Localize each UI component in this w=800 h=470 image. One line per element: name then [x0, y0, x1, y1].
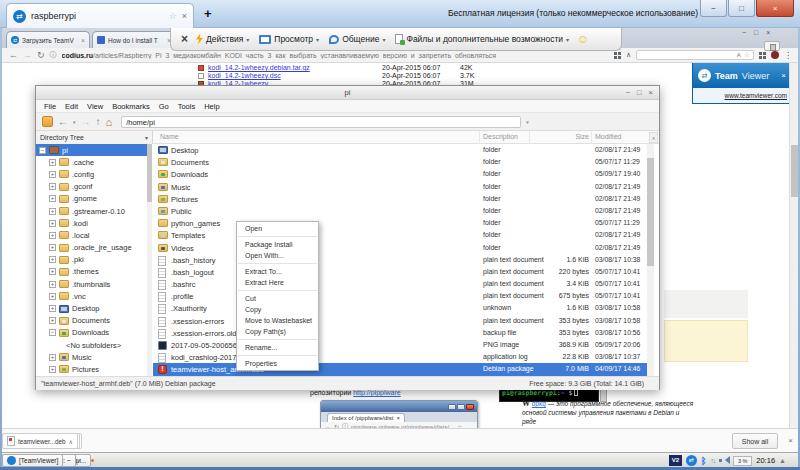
forward-icon[interactable]: → — [81, 117, 91, 127]
teamviewer-link[interactable]: www.teamviewer.com — [725, 92, 788, 99]
sidepane-mode-select[interactable]: Directory Tree ▾ — [36, 131, 153, 144]
reload-icon[interactable]: ↻ — [37, 50, 45, 60]
vnc-tray-icon[interactable]: V2 — [669, 455, 682, 466]
file-row[interactable]: teamviewer-host_armhf.deb Debian package… — [153, 363, 654, 375]
file-row[interactable]: Templates folder 02/08/17 21:49 — [153, 229, 654, 241]
context-menu-item[interactable]: Open With... — [237, 250, 318, 261]
fm-titlebar[interactable]: pi − □ × — [36, 86, 659, 100]
list-scrollbar[interactable] — [647, 144, 654, 376]
path-input[interactable]: /home/pi — [121, 116, 521, 128]
file-row[interactable]: kodi_crashlog-2017 application log 22.8 … — [153, 351, 654, 363]
tree-item[interactable]: .gstreamer-0.10 — [36, 205, 151, 217]
file-row[interactable]: 2017-09-05-200656 PNG image 368.9 KiB 05… — [153, 339, 654, 351]
context-menu-item[interactable]: Properties — [237, 358, 318, 369]
expander-icon[interactable] — [49, 171, 56, 178]
tree-item[interactable]: Desktop — [36, 302, 151, 314]
expander-icon[interactable] — [49, 256, 56, 263]
file-row[interactable]: .profile plain text document 675 bytes 0… — [153, 290, 654, 302]
apps-grid-icon[interactable] — [614, 52, 621, 59]
context-menu-item[interactable] — [238, 236, 317, 237]
tree-scrollbar[interactable] — [147, 144, 152, 376]
context-menu-item[interactable]: Open — [237, 223, 318, 234]
adblock-extension-icon[interactable] — [771, 51, 779, 59]
toolbar-menu-item[interactable]: Файлы и дополнительные возможности ▾ — [395, 34, 569, 44]
expander-icon[interactable] — [49, 183, 56, 190]
close-session-icon[interactable]: × — [181, 32, 188, 46]
cpu-monitor[interactable]: 3 % — [733, 456, 752, 466]
session-tab[interactable]: ⇄ raspberrypi ☆ × — [6, 3, 194, 28]
fm-menu-item[interactable]: Go — [159, 102, 169, 111]
file-row[interactable]: Public folder 02/08/17 21:49 — [153, 205, 654, 217]
file-row[interactable]: .Xauthority unknown 1.6 KiB 03/08/17 10:… — [153, 302, 654, 314]
context-menu-item[interactable]: Copy — [237, 304, 318, 315]
close-button[interactable]: × — [756, 0, 794, 17]
fm-maximize-button[interactable]: □ — [637, 88, 642, 97]
scrollbar-thumb[interactable] — [791, 145, 798, 197]
tree-item[interactable]: .gnome — [36, 193, 151, 205]
expander-icon[interactable] — [49, 159, 56, 166]
fm-menu-item[interactable]: Help — [204, 102, 219, 111]
file-row[interactable]: .bashrc plain text document 3.4 KiB 05/0… — [153, 278, 654, 290]
panel-close-icon[interactable]: × — [781, 71, 786, 80]
favorite-star-icon[interactable]: ☆ — [169, 11, 177, 21]
expander-icon[interactable] — [49, 305, 56, 312]
download-item[interactable]: teamviewer...deb ∧ — [2, 433, 78, 449]
file-row[interactable]: .bash_logout plain text document 220 byt… — [153, 266, 654, 278]
context-menu-item[interactable]: Cut — [237, 293, 318, 304]
maximize-button[interactable]: □ — [728, 0, 755, 17]
tree-item[interactable]: .vnc — [36, 290, 151, 302]
toolbar-menu-item[interactable]: Действия ▾ — [196, 34, 249, 45]
session-tab-close-icon[interactable]: × — [182, 11, 187, 21]
scrollbar-thumb[interactable] — [147, 144, 152, 202]
toolbar-menu-item[interactable]: Общение ▾ — [329, 34, 385, 44]
tree-item[interactable]: <No subfolders> — [36, 339, 151, 351]
fm-menu-item[interactable]: Edit — [65, 102, 78, 111]
fm-menu-item[interactable]: Bookmarks — [112, 102, 150, 111]
file-row[interactable]: .xsession-errors plain text document 353… — [153, 315, 654, 327]
context-menu-item[interactable]: Extract To... — [237, 266, 318, 277]
column-header-description[interactable]: Description — [483, 133, 518, 140]
scrollbar-thumb[interactable] — [647, 158, 654, 266]
extension-grid-icon[interactable] — [759, 52, 766, 59]
browser-menu-icon[interactable]: ⋮ — [784, 51, 792, 60]
expander-icon[interactable] — [39, 147, 46, 154]
file-row[interactable]: Pictures folder 02/08/17 21:49 — [153, 193, 654, 205]
minimize-button[interactable]: − — [700, 0, 727, 17]
repo-link[interactable]: http://pipplware — [353, 389, 400, 396]
column-header-size[interactable]: Size — [533, 133, 589, 140]
tree-item[interactable]: .thumbnails — [36, 278, 151, 290]
expander-icon[interactable] — [49, 366, 56, 373]
context-menu-item[interactable] — [238, 355, 317, 356]
context-menu-item[interactable]: Package Install — [237, 239, 318, 250]
page-info-icon[interactable]: ⓘ — [50, 50, 57, 60]
path-go-icon[interactable]: ▾ — [526, 119, 529, 125]
tree-item[interactable]: .kodi — [36, 217, 151, 229]
context-menu-item[interactable]: Rename... — [237, 342, 318, 353]
expander-icon[interactable] — [49, 244, 56, 251]
eject-icon[interactable]: ▲ — [779, 457, 786, 464]
expander-icon[interactable] — [49, 317, 56, 324]
back-icon[interactable]: ← — [58, 117, 68, 127]
context-menu-item[interactable]: Move to Wastebasket — [237, 315, 318, 326]
tree-item[interactable]: Pictures — [36, 363, 151, 375]
context-menu-item[interactable] — [238, 263, 317, 264]
home-icon[interactable]: ⌂ — [106, 117, 113, 127]
expander-icon[interactable] — [49, 195, 56, 202]
new-session-tab-button[interactable]: + — [204, 6, 212, 21]
tree-item[interactable]: .oracle_jre_usage — [36, 242, 151, 254]
tree-item[interactable]: Documents — [36, 315, 151, 327]
fm-menu-item[interactable]: View — [87, 102, 103, 111]
expand-icon[interactable]: ∧ — [626, 51, 631, 59]
file-link[interactable]: kodi_14.2-1wheezy.dsc — [208, 72, 281, 79]
chevron-up-icon[interactable]: ∧ — [69, 438, 73, 445]
file-row[interactable]: Downloads folder 05/09/17 19:40 — [153, 168, 654, 180]
clock[interactable]: 20:16 — [756, 456, 775, 465]
file-row[interactable]: Music folder 02/08/17 21:49 — [153, 181, 654, 193]
context-menu-item[interactable] — [238, 290, 317, 291]
tree-item[interactable]: .gconf — [36, 181, 151, 193]
expander-icon[interactable] — [49, 220, 56, 227]
file-row[interactable]: Desktop folder 02/08/17 21:49 — [153, 144, 654, 156]
back-history-chevron-icon[interactable]: ▾ — [73, 119, 76, 125]
fm-close-button[interactable]: × — [649, 88, 653, 97]
context-menu-item[interactable]: Copy Path(s) — [237, 326, 318, 337]
